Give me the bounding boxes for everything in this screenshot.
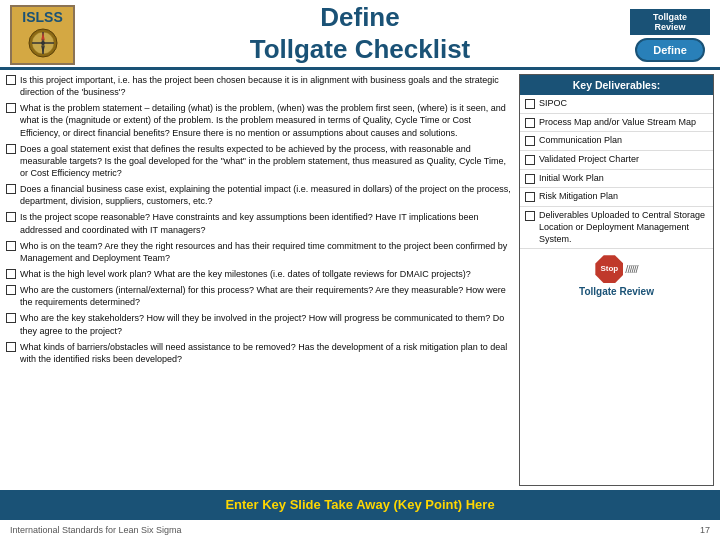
- tollgate-badge: Tollgate Review Define: [630, 5, 710, 65]
- header: ISLSS Define Tollgate Checklist Tollgate…: [0, 0, 720, 70]
- checklist-checkbox-9[interactable]: [6, 342, 16, 352]
- deliverable-checkbox-0[interactable]: [525, 99, 535, 109]
- checklist-checkbox-7[interactable]: [6, 285, 16, 295]
- deliverables-header: Key Deliverables:: [520, 75, 713, 95]
- checklist-checkbox-1[interactable]: [6, 103, 16, 113]
- checklist-checkbox-3[interactable]: [6, 184, 16, 194]
- deliverable-item: Initial Work Plan: [520, 170, 713, 189]
- checklist-checkbox-0[interactable]: [6, 75, 16, 85]
- deliverable-checkbox-1[interactable]: [525, 118, 535, 128]
- checklist-text-8: Who are the key stakeholders? How will t…: [20, 312, 513, 336]
- checklist-checkbox-8[interactable]: [6, 313, 16, 323]
- checklist-item: Who are the customers (internal/external…: [6, 284, 513, 308]
- deliverable-item: Risk Mitigation Plan: [520, 188, 713, 207]
- tollgate-review-section: Stop ////// Tollgate Review: [520, 249, 713, 303]
- deliverable-item: Process Map and/or Value Stream Map: [520, 114, 713, 133]
- tollgate-label: Tollgate Review: [630, 9, 710, 35]
- stop-sign-icon: Stop: [595, 255, 623, 283]
- tollgate-review-label: Tollgate Review: [526, 286, 707, 297]
- checklist-item: What kinds of barriers/obstacles will ne…: [6, 341, 513, 365]
- main-content: Is this project important, i.e. has the …: [0, 70, 720, 490]
- deliverable-text-2: Communication Plan: [539, 135, 708, 147]
- deliverable-text-0: SIPOC: [539, 98, 708, 110]
- logo-text: ISLSS: [18, 10, 68, 25]
- slash-decoration: //////: [625, 263, 637, 275]
- checklist-text-7: Who are the customers (internal/external…: [20, 284, 513, 308]
- key-slide-bar: Enter Key Slide Take Away (Key Point) He…: [0, 490, 720, 518]
- deliverable-item: Validated Project Charter: [520, 151, 713, 170]
- checklist-item: Does a goal statement exist that defines…: [6, 143, 513, 179]
- bottom-bar: International Standards for Lean Six Sig…: [0, 518, 720, 540]
- title-line1: Define: [250, 2, 471, 33]
- key-slide-text: Enter Key Slide Take Away (Key Point) He…: [225, 497, 494, 512]
- deliverable-item: Communication Plan: [520, 132, 713, 151]
- checklist-text-4: Is the project scope reasonable? Have co…: [20, 211, 513, 235]
- deliverable-text-5: Risk Mitigation Plan: [539, 191, 708, 203]
- header-title: Define Tollgate Checklist: [250, 2, 471, 64]
- title-line2: Tollgate Checklist: [250, 34, 471, 65]
- deliverable-checkbox-4[interactable]: [525, 174, 535, 184]
- deliverables-panel: Key Deliverables: SIPOC Process Map and/…: [519, 74, 714, 486]
- define-label: Define: [635, 38, 705, 62]
- deliverable-text-3: Validated Project Charter: [539, 154, 708, 166]
- checklist-text-5: Who is on the team? Are they the right r…: [20, 240, 513, 264]
- deliverable-checkbox-5[interactable]: [525, 192, 535, 202]
- checklist-text-0: Is this project important, i.e. has the …: [20, 74, 513, 98]
- deliverable-item: SIPOC: [520, 95, 713, 114]
- checklist-checkbox-2[interactable]: [6, 144, 16, 154]
- deliverable-text-1: Process Map and/or Value Stream Map: [539, 117, 708, 129]
- checklist-item: Is this project important, i.e. has the …: [6, 74, 513, 98]
- checklist-text-2: Does a goal statement exist that defines…: [20, 143, 513, 179]
- checklist-item: What is the high level work plan? What a…: [6, 268, 513, 280]
- deliverable-checkbox-6[interactable]: [525, 211, 535, 221]
- compass-icon: [18, 25, 68, 60]
- checklist-item: Is the project scope reasonable? Have co…: [6, 211, 513, 235]
- checklist-item: Who is on the team? Are they the right r…: [6, 240, 513, 264]
- deliverable-text-6: Deliverables Uploaded to Central Storage…: [539, 210, 708, 245]
- checklist-text-9: What kinds of barriers/obstacles will ne…: [20, 341, 513, 365]
- footer-org: International Standards for Lean Six Sig…: [10, 525, 182, 535]
- checklist-text-3: Does a financial business case exist, ex…: [20, 183, 513, 207]
- footer-page: 17: [700, 525, 710, 535]
- checklist-item: What is the problem statement – detailin…: [6, 102, 513, 138]
- checklist-checkbox-6[interactable]: [6, 269, 16, 279]
- deliverable-item: Deliverables Uploaded to Central Storage…: [520, 207, 713, 249]
- checklist-item: Does a financial business case exist, ex…: [6, 183, 513, 207]
- deliverable-checkbox-2[interactable]: [525, 136, 535, 146]
- svg-point-6: [41, 41, 45, 45]
- checklist-text-1: What is the problem statement – detailin…: [20, 102, 513, 138]
- deliverable-checkbox-3[interactable]: [525, 155, 535, 165]
- checklist: Is this project important, i.e. has the …: [6, 74, 513, 486]
- checklist-checkbox-4[interactable]: [6, 212, 16, 222]
- checklist-item: Who are the key stakeholders? How will t…: [6, 312, 513, 336]
- checklist-checkbox-5[interactable]: [6, 241, 16, 251]
- checklist-text-6: What is the high level work plan? What a…: [20, 268, 513, 280]
- deliverable-text-4: Initial Work Plan: [539, 173, 708, 185]
- logo: ISLSS: [10, 5, 75, 65]
